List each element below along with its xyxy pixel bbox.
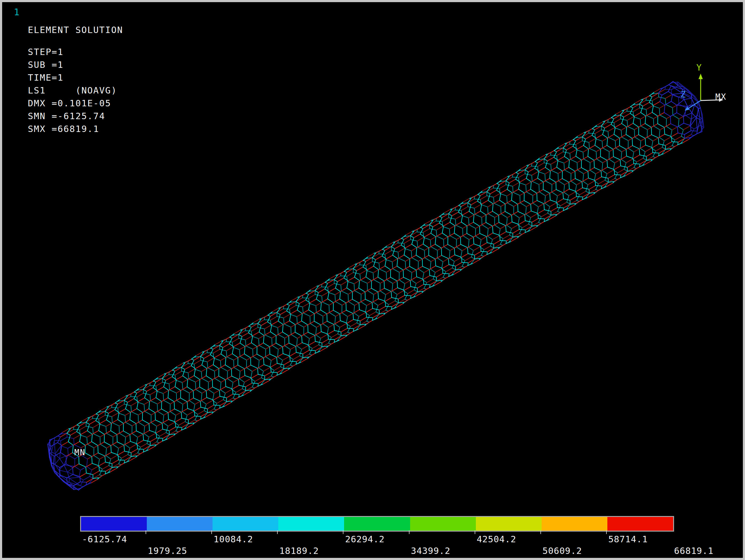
colorbar-tick [211,530,212,534]
colorbar-value: 42504.2 [477,534,516,545]
y-axis-arrowhead [699,74,703,79]
nanotube-mesh [48,81,704,490]
colorbar-tick [277,530,278,534]
model-viewport[interactable]: Y Z [2,2,745,560]
colorbar-segment [410,517,476,531]
colorbar-segment [147,517,213,531]
colorbar-segment [278,517,344,531]
colorbar-segment [607,517,673,531]
z-axis-label: Z [680,90,686,100]
colorbar-tick [343,530,344,534]
colorbar-value: 10084.2 [214,534,253,545]
min-marker: MN [74,448,86,457]
colorbar-segment [213,517,278,531]
colorbar-value: 26294.2 [345,534,384,545]
colorbar-value: 58714.1 [608,534,648,545]
contour-colorbar-labels: -6125.741979.2510084.218189.226294.23439… [80,532,672,560]
colorbar-segment [542,517,607,531]
colorbar-tick [475,530,475,534]
y-axis-label: Y [697,63,702,73]
colorbar-segment [344,517,410,531]
colorbar-value: 50609.2 [543,546,582,556]
colorbar-tick [409,530,410,534]
axis-triad: Y Z [680,63,723,111]
colorbar-segment [476,517,542,531]
colorbar-value: 34399.2 [411,546,451,556]
colorbar-segment [81,517,147,531]
colorbar-value: 18189.2 [279,546,319,556]
contour-colorbar [80,516,674,532]
colorbar-value: 66819.1 [674,546,713,556]
colorbar-tick [145,530,146,534]
colorbar-value: -6125.74 [82,534,127,545]
colorbar-tick [606,530,607,534]
max-marker: MX [715,92,727,101]
colorbar-tick [541,530,541,534]
ansys-graphics-window: 1 ELEMENT SOLUTION STEP=1SUB =1TIME=1LS1… [0,0,745,560]
colorbar-value: 1979.25 [148,546,187,556]
